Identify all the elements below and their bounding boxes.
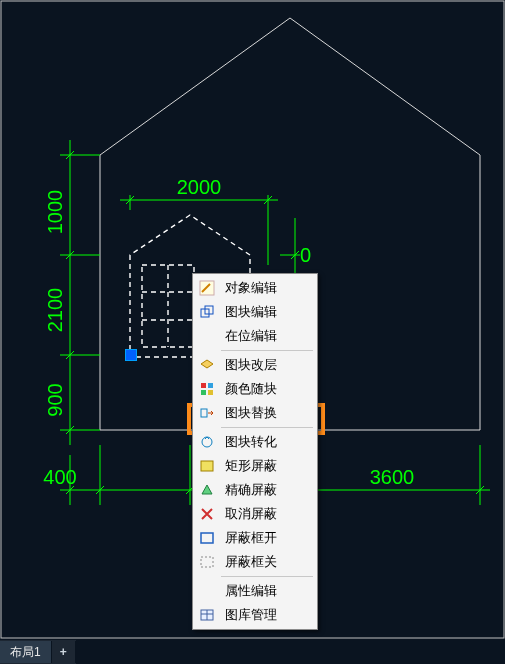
- dim-right-frag: [280, 218, 300, 275]
- menu-inplace-edit[interactable]: 在位编辑: [195, 324, 315, 348]
- menu-mask-frame-on[interactable]: 屏蔽框开: [195, 526, 315, 550]
- attr-edit-icon: [195, 579, 219, 603]
- plus-icon: +: [60, 645, 67, 659]
- color-icon: [195, 377, 219, 401]
- dim-900: 900: [44, 383, 66, 416]
- rect-mask-icon: [195, 454, 219, 478]
- menu-label: 在位编辑: [219, 327, 277, 345]
- svg-rect-40: [201, 409, 207, 417]
- precise-mask-icon: [195, 478, 219, 502]
- svg-rect-39: [208, 390, 213, 395]
- dim-right-0: 0: [300, 244, 311, 266]
- menu-separator: [221, 427, 313, 428]
- pencil-icon: [195, 276, 219, 300]
- menu-block-lib[interactable]: 图库管理: [195, 603, 315, 627]
- svg-rect-42: [201, 461, 213, 471]
- dim-top-inner: [120, 195, 278, 265]
- dim-1000: 1000: [44, 190, 66, 235]
- menu-attr-edit[interactable]: 属性编辑: [195, 579, 315, 603]
- frame-off-icon: [195, 550, 219, 574]
- svg-rect-44: [201, 533, 213, 543]
- frame-on-icon: [195, 526, 219, 550]
- svg-point-41: [202, 437, 212, 447]
- svg-rect-45: [201, 557, 213, 567]
- menu-label: 精确屏蔽: [219, 481, 277, 499]
- tab-label: 布局1: [10, 644, 41, 661]
- svg-rect-38: [201, 390, 206, 395]
- svg-marker-35: [201, 360, 213, 368]
- dim-2000: 2000: [177, 176, 222, 198]
- menu-mask-frame-off[interactable]: 屏蔽框关: [195, 550, 315, 574]
- tab-add[interactable]: +: [52, 641, 76, 663]
- menu-block-replace[interactable]: 图块替换: [195, 401, 315, 425]
- menu-edit-block[interactable]: 图块编辑: [195, 300, 315, 324]
- menu-label: 矩形屏蔽: [219, 457, 277, 475]
- menu-label: 图块转化: [219, 433, 277, 451]
- tab-layout1[interactable]: 布局1: [0, 641, 52, 663]
- dim-3600: 3600: [370, 466, 415, 488]
- layer-icon: [195, 353, 219, 377]
- svg-rect-37: [208, 383, 213, 388]
- menu-label: 图库管理: [219, 606, 277, 624]
- menu-block-convert[interactable]: 图块转化: [195, 430, 315, 454]
- menu-label: 图块改层: [219, 356, 277, 374]
- inplace-edit-icon: [195, 324, 219, 348]
- dim-400: 400: [43, 466, 76, 488]
- menu-label: 属性编辑: [219, 582, 277, 600]
- svg-rect-36: [201, 383, 206, 388]
- menu-separator: [221, 576, 313, 577]
- library-icon: [195, 603, 219, 627]
- selection-grip[interactable]: [125, 349, 137, 361]
- menu-separator: [221, 350, 313, 351]
- convert-icon: [195, 430, 219, 454]
- replace-icon: [195, 401, 219, 425]
- menu-label: 图块替换: [219, 404, 277, 422]
- cancel-mask-icon: [195, 502, 219, 526]
- tab-bar: 布局1 +: [0, 640, 76, 664]
- menu-cancel-mask[interactable]: 取消屏蔽: [195, 502, 315, 526]
- menu-label: 屏蔽框关: [219, 553, 277, 571]
- menu-block-layer[interactable]: 图块改层: [195, 353, 315, 377]
- dim-2100: 2100: [44, 288, 66, 333]
- menu-precise-mask[interactable]: 精确屏蔽: [195, 478, 315, 502]
- menu-label: 颜色随块: [219, 380, 277, 398]
- menu-random-color[interactable]: 颜色随块: [195, 377, 315, 401]
- svg-marker-43: [202, 485, 212, 494]
- context-menu: 对象编辑 图块编辑 在位编辑 图块改层 颜色随块 图块替换 图块转化 矩形屏蔽 …: [192, 273, 318, 630]
- menu-label: 对象编辑: [219, 279, 277, 297]
- menu-rect-mask[interactable]: 矩形屏蔽: [195, 454, 315, 478]
- menu-label: 图块编辑: [219, 303, 277, 321]
- menu-edit-object[interactable]: 对象编辑: [195, 276, 315, 300]
- menu-label: 屏蔽框开: [219, 529, 277, 547]
- dim-left-chain: [60, 140, 100, 445]
- menu-label: 取消屏蔽: [219, 505, 277, 523]
- block-edit-icon: [195, 300, 219, 324]
